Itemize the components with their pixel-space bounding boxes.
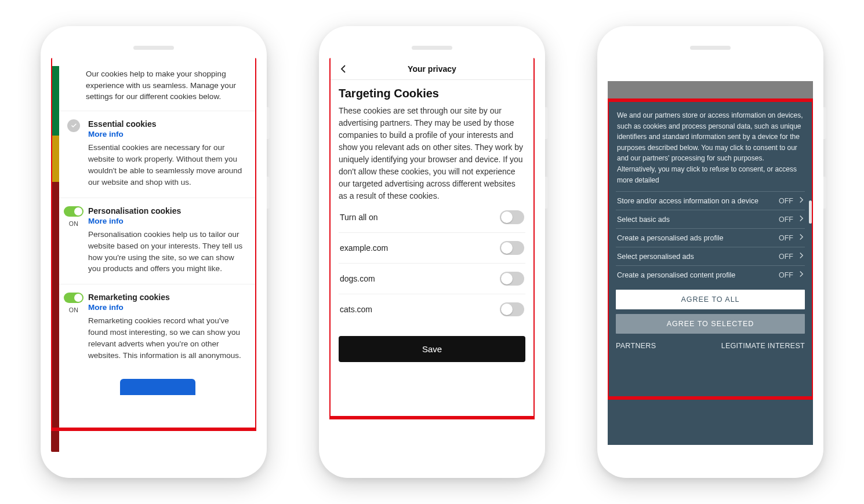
toggle-domain[interactable] xyxy=(500,302,524,316)
purpose-label: Store and/or access information on a dev… xyxy=(617,197,758,205)
chevron-right-icon xyxy=(799,215,804,224)
phone-mockup-2: Your privacy Targeting Cookies These coo… xyxy=(319,26,545,478)
agree-all-button[interactable]: AGREE TO ALL xyxy=(616,290,805,309)
purpose-row[interactable]: Create a personalised ads profile OFF xyxy=(616,228,805,247)
screen-2: Your privacy Targeting Cookies These coo… xyxy=(329,58,535,452)
consent-panel: We and our partners store or access info… xyxy=(608,102,813,445)
toggle-state-label: ON xyxy=(69,220,78,227)
screen-1: Our cookies help to make your shopping e… xyxy=(51,58,256,452)
partners-link[interactable]: PARTNERS xyxy=(616,342,656,350)
purpose-state: OFF xyxy=(779,234,793,242)
intro-text: Our cookies help to make your shopping e… xyxy=(59,58,256,111)
consent-text: We and our partners store or access info… xyxy=(616,110,805,191)
domain-row: dogs.com xyxy=(339,264,525,294)
toggle-personalisation[interactable] xyxy=(64,206,84,217)
turn-all-on-row: Turn all on xyxy=(339,202,525,233)
remarketing-cookies-section: ON Remarketing cookies More info Remarke… xyxy=(59,284,256,371)
chevron-right-icon xyxy=(799,196,804,205)
section-desc: Remarketing cookies record what you've f… xyxy=(88,315,246,361)
toggle-domain[interactable] xyxy=(500,241,524,255)
purpose-row[interactable]: Create a personalised content profile OF… xyxy=(616,265,805,284)
save-button[interactable]: Save xyxy=(339,336,525,362)
primary-button[interactable] xyxy=(120,379,195,395)
toggle-all[interactable] xyxy=(500,210,524,224)
personalisation-cookies-section: ON Personalisation cookies More info Per… xyxy=(59,198,256,285)
row-label: dogs.com xyxy=(340,274,375,283)
back-button[interactable] xyxy=(335,58,351,79)
domain-row: cats.com xyxy=(339,294,525,324)
purpose-state: OFF xyxy=(779,216,793,224)
row-label: example.com xyxy=(340,243,388,253)
row-label: cats.com xyxy=(340,305,372,314)
more-info-link[interactable]: More info xyxy=(88,303,124,312)
toggle-remarketing[interactable] xyxy=(64,293,84,303)
phone-mockup-1: Our cookies help to make your shopping e… xyxy=(41,26,267,478)
header-bar: Your privacy xyxy=(329,58,535,80)
legitimate-interest-link[interactable]: LEGITIMATE INTEREST xyxy=(721,342,805,350)
purpose-label: Select personalised ads xyxy=(617,253,694,261)
purpose-row[interactable]: Select personalised ads OFF xyxy=(616,247,805,265)
section-title: Personalisation cookies xyxy=(88,206,246,216)
section-title: Essential cookies xyxy=(88,119,246,129)
purpose-label: Create a personalised ads profile xyxy=(617,234,723,242)
purpose-state: OFF xyxy=(779,253,793,261)
phone-mockup-3: We and our partners store or access info… xyxy=(597,26,823,478)
purpose-state: OFF xyxy=(779,197,793,205)
scrollbar-thumb[interactable] xyxy=(809,200,812,224)
screen-3: We and our partners store or access info… xyxy=(608,58,813,452)
purpose-row[interactable]: Store and/or access information on a dev… xyxy=(616,191,805,210)
purpose-label: Select basic ads xyxy=(617,216,670,224)
chevron-right-icon xyxy=(799,252,804,261)
purpose-state: OFF xyxy=(779,271,793,279)
toggle-state-label: ON xyxy=(69,306,78,313)
purpose-row[interactable]: Select basic ads OFF xyxy=(616,210,805,228)
cookie-settings-panel: Our cookies help to make your shopping e… xyxy=(59,58,256,452)
agree-selected-button[interactable]: AGREE TO SELECTED xyxy=(616,314,805,334)
toggle-domain[interactable] xyxy=(500,272,524,286)
section-title: Remarketing cookies xyxy=(88,293,246,302)
domain-row: example.com xyxy=(339,233,525,264)
section-desc: Essential cookies are necessary for our … xyxy=(88,142,246,188)
page-title: Targeting Cookies xyxy=(339,87,525,100)
more-info-link[interactable]: More info xyxy=(88,217,124,225)
essential-cookies-section: Essential cookies More info Essential co… xyxy=(59,111,256,198)
chevron-right-icon xyxy=(799,271,804,279)
header-title: Your privacy xyxy=(408,64,456,74)
chevron-right-icon xyxy=(799,233,804,242)
more-info-link[interactable]: More info xyxy=(88,130,124,138)
check-icon xyxy=(67,119,80,132)
row-label: Turn all on xyxy=(340,213,378,222)
page-description: These cookies are set through our site b… xyxy=(339,105,525,202)
section-desc: Personalisation cookies help us to tailo… xyxy=(88,229,246,275)
purpose-label: Create a personalised content profile xyxy=(617,271,735,279)
